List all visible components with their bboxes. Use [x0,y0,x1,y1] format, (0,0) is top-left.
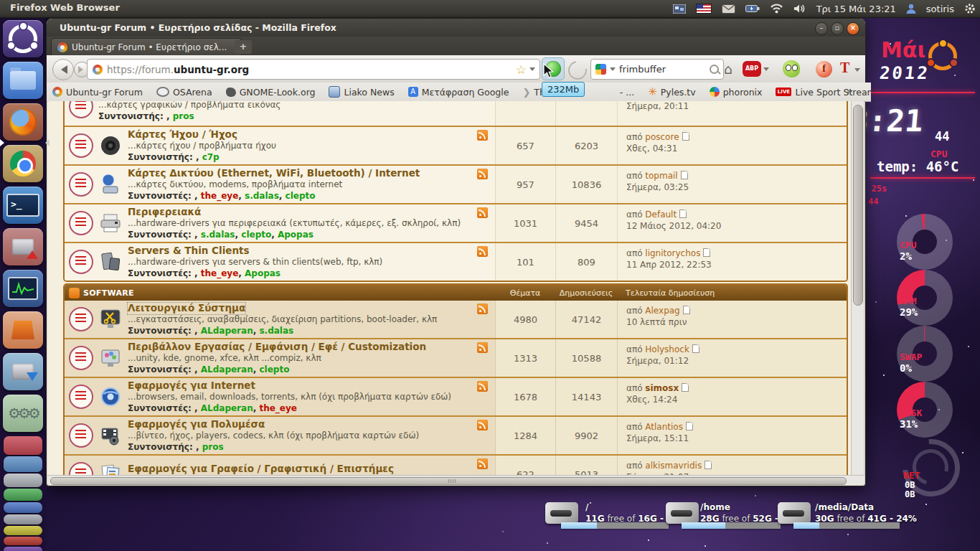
forum-row-partial[interactable]: ...κάρτες γραφικών / προβλήματα εικόνας … [65,101,847,126]
panel-username[interactable]: sotiris [926,4,954,14]
system-monitor-icon[interactable] [3,270,43,307]
rss-icon[interactable] [69,288,80,298]
window-titlebar[interactable]: Ubuntu-gr Forum • Ευρετήριο σελίδας - Mo… [47,19,865,37]
last-post-user[interactable]: lignitorychos [645,248,700,258]
goto-post-icon[interactable] [703,248,710,257]
goto-post-icon[interactable] [692,344,699,353]
terminal-icon[interactable]: >_ [3,187,43,224]
last-post-user[interactable]: simosx [645,383,679,393]
goto-post-icon[interactable] [705,461,712,469]
forum-title-link[interactable]: Κάρτες Δικτύου (Ethernet, WiFi, Bluetoot… [128,168,420,179]
last-post-user[interactable]: alkismavridis [645,461,702,471]
forum-row-servers[interactable]: Servers & Thin Clients ...hardware-drive… [65,242,847,281]
url-bar[interactable]: https://forum.ubuntu-gr.org ☆ [87,59,540,80]
rss-icon[interactable] [477,458,488,469]
bookmark-phoronix[interactable]: phoronix [710,87,763,98]
moderator-link[interactable]: ALdaperan [194,403,253,413]
workspaces-icon[interactable] [673,2,686,15]
flash-addon-button[interactable]: f [816,61,832,77]
moderator-link[interactable]: Apopas [238,268,281,278]
last-post-user[interactable]: poscore [645,132,679,142]
goto-post-icon[interactable] [683,306,690,314]
dock-folded-icon[interactable] [4,514,42,524]
forum-title-link[interactable]: Περιφερειακά [128,207,461,218]
bookmark-pyles-tv[interactable]: ✳Pyles.tv [648,85,695,98]
vertical-scrollbar[interactable] [851,101,864,476]
update-manager-icon[interactable] [3,228,43,265]
forum-title-link[interactable]: Περιβάλλον Εργασίας / Εμφάνιση / Εφέ / C… [128,342,426,353]
forum-title-link[interactable]: Κάρτες Ήχου / Ήχος [128,129,276,141]
dock-folded-icon[interactable] [4,489,42,501]
section-title[interactable]: SOFTWARE [83,288,134,298]
forum-title-link[interactable]: Εφαρμογές για Πολυμέσα [128,419,419,430]
moderator-link[interactable]: Apopas [271,230,314,240]
last-post-user[interactable]: topmail [645,171,677,181]
moderator-link[interactable]: c7p [196,152,220,162]
forum-row-peripherals[interactable]: Περιφερειακά ...hardware-drivers για περ… [65,203,847,242]
rss-icon[interactable] [477,381,488,392]
bookmarks-overflow-chevron[interactable]: » [846,85,852,97]
moderator-link[interactable]: the_eye [194,268,238,278]
site-identity-icon[interactable] [93,65,103,75]
moderator-link[interactable]: pros [196,442,224,452]
software-center-icon[interactable] [3,311,43,349]
forum-title-link[interactable]: Εφαρμογές για Internet [128,380,451,392]
forum-title-link[interactable]: Servers & Thin Clients [128,245,382,257]
ubuntu-dash-icon[interactable] [3,20,43,57]
moderator-link[interactable]: s.dalas [194,230,235,240]
moderator-link[interactable]: the_eye [253,403,297,413]
vertical-scrollbar-thumb[interactable] [853,105,863,306]
system-settings-icon[interactable]: ⚙⚙⚙ [3,395,43,432]
forum-title-link[interactable]: Εφαρμογές για Γραφείο / Γραφιστική / Επι… [128,463,394,475]
search-magnifier-icon[interactable] [710,65,719,74]
dock-folded-icon[interactable] [4,502,42,513]
text-addon-button[interactable]: T [840,60,849,76]
forum-row-os[interactable]: Λειτουργικό Σύστημα ...εγκαταστάσεις, αν… [65,301,847,338]
mascot-addon-button[interactable] [783,60,800,77]
rss-icon[interactable] [477,342,488,353]
bookmark-osarena[interactable]: OSArena [156,87,212,98]
us-flag-icon[interactable] [696,2,712,15]
rss-icon[interactable] [477,130,488,141]
firefox-icon[interactable] [3,103,43,141]
goto-post-icon[interactable] [682,383,689,392]
rss-icon[interactable] [477,246,488,257]
bookmark-live-sport[interactable]: LIVELive Sport Streams [776,87,871,98]
goto-post-icon[interactable] [686,422,693,430]
rss-icon[interactable] [477,420,488,430]
files-icon[interactable] [3,62,43,99]
bookmark-gnome-look[interactable]: GNOME-Look.org [226,87,316,98]
rss-icon[interactable] [477,303,488,314]
forum-title-link[interactable]: Λειτουργικό Σύστημα [128,303,245,314]
moderator-link[interactable]: ALdaperan [194,364,253,375]
reload-button[interactable] [565,57,590,83]
abp-caret[interactable] [763,67,769,74]
dock-folded-icon[interactable] [4,526,42,535]
moderator-link[interactable]: s.dalas [238,191,279,201]
dock-folded-icon[interactable] [4,537,42,545]
rss-icon[interactable] [477,207,488,218]
volume-icon[interactable] [793,2,806,15]
engine-dropdown-caret[interactable] [610,67,616,74]
search-bar[interactable]: frimbuffer [590,59,724,80]
package-installer-icon[interactable] [3,353,43,390]
panel-clock[interactable]: Τρι 15 Μάι 23:21 [816,4,896,14]
last-post-user[interactable]: Alexpag [645,306,679,316]
horizontal-scrollbar-thumb[interactable] [50,477,847,485]
dock-folded-icon[interactable] [4,547,42,551]
moderator-link[interactable]: ALdaperan [194,326,253,336]
horizontal-scrollbar[interactable] [47,475,864,485]
maximize-button[interactable]: ▫ [831,22,844,35]
forum-row-desktop[interactable]: Περιβάλλον Εργασίας / Εμφάνιση / Εφέ / C… [65,338,847,377]
mail-icon[interactable] [722,2,735,15]
minimize-button[interactable]: – [815,22,828,35]
adblock-button[interactable]: ABP [743,61,769,77]
google-engine-icon[interactable] [595,64,606,75]
last-post-user[interactable]: Atlantios [645,422,683,432]
power-icon[interactable] [745,2,760,15]
bookmark-ubuntu-gr[interactable]: Ubuntu-gr Forum [52,87,143,98]
dock-folded-icon[interactable] [4,456,42,472]
goto-post-icon[interactable] [682,132,689,141]
forum-row-sound[interactable]: Κάρτες Ήχου / Ήχος ...κάρτες ήχου / προβ… [65,126,847,164]
chrome-icon[interactable] [3,145,43,182]
